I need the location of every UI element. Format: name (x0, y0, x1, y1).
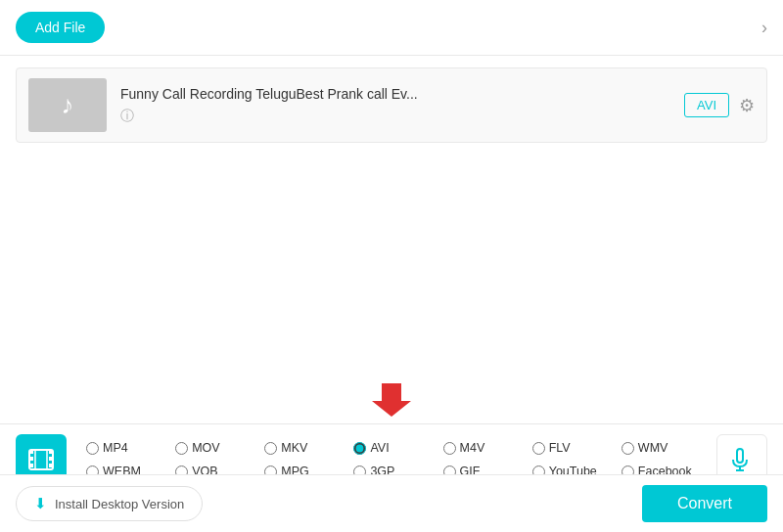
svg-rect-5 (49, 457, 53, 461)
format-badge[interactable]: AVI (684, 93, 729, 117)
install-desktop-button[interactable]: ⬇ Install Desktop Version (16, 486, 203, 521)
convert-button[interactable]: Convert (642, 485, 767, 522)
file-thumbnail: ♪ (28, 78, 107, 132)
down-arrow-icon (372, 379, 411, 419)
audio-icon (729, 447, 755, 472)
settings-icon[interactable]: ⚙ (739, 95, 755, 116)
top-bar: Add File › (0, 0, 783, 56)
format-option-mov[interactable]: MOV (171, 438, 260, 458)
format-option-mp4[interactable]: MP4 (82, 438, 171, 458)
arrow-area (0, 370, 783, 423)
file-info: Funny Call Recording TeluguBest Prank ca… (120, 86, 684, 125)
svg-rect-10 (737, 449, 743, 463)
info-icon[interactable]: ⓘ (120, 108, 134, 123)
close-button[interactable]: › (761, 18, 767, 38)
format-option-mkv[interactable]: MKV (260, 438, 349, 458)
svg-rect-7 (49, 464, 53, 467)
add-file-button[interactable]: Add File (16, 12, 105, 43)
file-actions: AVI ⚙ (684, 93, 755, 117)
format-option-avi[interactable]: AVI (349, 438, 438, 458)
install-label: Install Desktop Version (55, 497, 184, 511)
download-icon: ⬇ (34, 495, 47, 512)
format-option-m4v[interactable]: M4V (439, 438, 529, 458)
middle-area (0, 155, 783, 370)
svg-rect-3 (49, 450, 53, 454)
film-icon (27, 446, 55, 473)
file-item: ♪ Funny Call Recording TeluguBest Prank … (16, 67, 767, 143)
top-bar-right: › (761, 18, 767, 38)
svg-rect-2 (29, 450, 33, 454)
file-name: Funny Call Recording TeluguBest Prank ca… (120, 86, 684, 102)
svg-rect-4 (29, 457, 33, 461)
svg-rect-6 (29, 464, 33, 467)
music-note-icon: ♪ (62, 90, 74, 120)
format-option-flv[interactable]: FLV (529, 438, 618, 458)
bottom-bar: ⬇ Install Desktop Version Convert (0, 474, 783, 532)
file-list: ♪ Funny Call Recording TeluguBest Prank … (0, 56, 783, 155)
format-option-wmv[interactable]: WMV (618, 438, 707, 458)
svg-marker-0 (372, 383, 411, 417)
